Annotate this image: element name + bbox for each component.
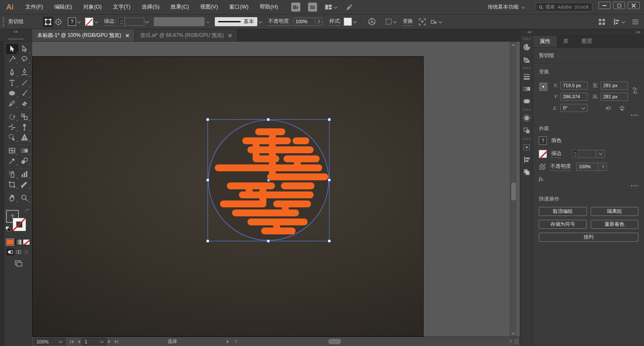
y-field[interactable]: 286.374 [560,93,588,101]
menu-view[interactable]: 视图(V) [195,3,224,11]
document-tab-untitled[interactable]: 未标题-1* @ 100% (RGB/GPU 预览) [32,29,135,41]
artboard-navigation-dropdown[interactable]: 1 [82,338,107,345]
stroke-color-well[interactable] [13,218,26,231]
selection-handle[interactable] [267,118,270,121]
stroke-weight-dropdown[interactable] [596,150,605,158]
height-field[interactable]: 281 px [601,93,628,101]
transform-panel-button[interactable] [521,141,533,153]
arrange-documents-button[interactable] [325,4,337,10]
menu-type[interactable]: 文字(T) [107,3,136,11]
menu-help[interactable]: 帮助(H) [254,3,284,11]
horizontal-scrollbar-thumb[interactable] [328,339,341,344]
expand-dock-button[interactable] [528,31,532,33]
fill-color-control[interactable]: ? [68,18,81,26]
style-label[interactable]: 样式: [330,18,341,26]
scroll-right-icon[interactable] [509,340,512,343]
shape-builder-tool-button[interactable] [6,132,18,143]
menu-effect[interactable]: 效果(C) [165,3,194,11]
previous-artboard-button[interactable] [77,340,81,344]
stock-button[interactable]: St [308,3,317,12]
select-similar-control[interactable] [385,18,397,25]
edit-contents-button[interactable] [53,17,64,27]
puppet-warp-tool-button[interactable] [18,122,31,132]
share-button[interactable] [345,3,354,12]
rotation-dropdown[interactable]: 0° [560,104,588,112]
width-field[interactable]: 281 px [601,82,628,90]
gradient-panel-button[interactable] [521,82,533,95]
color-guide-panel-button[interactable] [521,53,533,66]
stroke-color-control[interactable] [85,18,98,26]
column-graph-tool-button[interactable] [18,169,31,179]
menu-object[interactable]: 对象(O) [78,3,107,11]
magic-wand-tool-button[interactable] [6,54,18,64]
selection-handle[interactable] [267,240,270,243]
stroke-none-swatch[interactable] [85,18,93,26]
zoom-level-dropdown[interactable]: 100% [34,338,65,345]
selection-center-point[interactable] [267,179,270,182]
dock-grip[interactable] [523,67,531,69]
eraser-tool-button[interactable] [18,98,31,109]
last-artboard-button[interactable] [114,340,119,344]
pen-tool-button[interactable] [6,67,18,78]
color-panel-button[interactable] [521,41,533,53]
tab-libraries[interactable]: 库 [557,36,575,47]
blend-tool-button[interactable] [18,156,31,166]
rotate-tool-button[interactable] [6,112,18,122]
swap-fill-stroke-icon[interactable] [24,208,31,213]
scale-tool-button[interactable] [18,112,31,122]
selection-handle[interactable] [328,179,331,182]
selection-handle[interactable] [328,240,331,243]
graphic-style-swatch[interactable] [344,18,352,26]
isolate-group-button[interactable]: 隔离组 [591,207,639,216]
gradient-button[interactable] [15,239,22,245]
fill-swatch[interactable]: ? [68,18,76,26]
dock-grip[interactable] [523,138,531,140]
workspace-switcher[interactable]: 传统基本功能 [482,3,531,11]
zoom-tool-button[interactable] [18,193,31,203]
scroll-up-icon[interactable] [512,43,515,47]
flip-horizontal-button[interactable] [605,105,612,111]
default-fill-stroke-icon[interactable] [6,226,11,231]
stroke-weight-value[interactable] [578,150,596,158]
tools-grip[interactable] [9,38,24,40]
flip-vertical-button[interactable] [619,105,626,111]
bridge-button[interactable]: Br [291,3,300,12]
ellipse-tool-button[interactable] [6,88,18,98]
selection-handle[interactable] [206,179,209,182]
close-button[interactable] [628,2,640,9]
next-artboard-button[interactable] [107,340,111,344]
collapse-dock-button[interactable] [636,31,640,33]
appearance-more-options[interactable] [631,185,638,186]
opacity-value[interactable]: 100% [576,163,598,171]
menu-select[interactable]: 选择(S) [136,3,165,11]
gradient-tool-button[interactable] [18,146,31,156]
opacity-value[interactable]: 100% [293,18,315,26]
selection-tool-button[interactable] [6,44,18,54]
chevron-left-icon[interactable] [234,340,238,343]
maximize-button[interactable] [613,2,625,9]
stroke-weight-value[interactable] [125,18,144,26]
lasso-tool-button[interactable] [18,54,31,64]
canvas[interactable] [32,42,520,337]
x-field[interactable]: 719.5 px [560,82,588,90]
ungroup-button[interactable]: 取消编组 [539,207,587,216]
symbol-sprayer-tool-button[interactable] [6,169,18,179]
fill-swatch[interactable]: ? [539,137,547,145]
graphic-styles-panel-button[interactable] [521,124,533,137]
shaper-tool-button[interactable] [6,98,18,109]
tab-layers[interactable]: 图层 [575,36,599,47]
type-tool-button[interactable] [6,78,18,88]
eyedropper-tool-button[interactable] [6,156,18,166]
status-menu-arrow[interactable] [226,340,230,344]
symbols-panel-button[interactable] [521,112,533,124]
draw-normal-button[interactable] [6,249,14,255]
mesh-tool-button[interactable] [6,146,18,156]
panel-menu-icon[interactable] [632,19,639,25]
transform-link-label[interactable]: 变换 [403,18,413,26]
selection-handle[interactable] [206,118,209,121]
first-artboard-button[interactable] [70,340,74,344]
selection-bounding-box[interactable] [208,119,330,241]
hand-tool-button[interactable] [6,193,18,203]
search-input[interactable] [545,5,589,10]
curvature-tool-button[interactable] [18,67,31,78]
